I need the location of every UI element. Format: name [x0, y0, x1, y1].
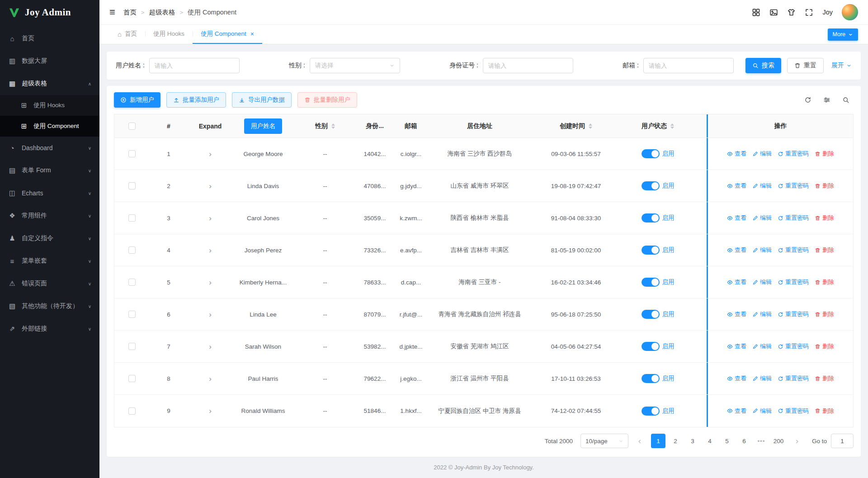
select-all-checkbox[interactable] — [128, 123, 136, 130]
status-toggle[interactable] — [642, 374, 660, 383]
sort-icon[interactable] — [670, 123, 674, 129]
delete-action[interactable]: 删除 — [815, 278, 834, 286]
more-pages-button[interactable]: ••• — [754, 434, 769, 448]
page-button-2[interactable]: 2 — [668, 434, 683, 448]
status-toggle[interactable] — [642, 149, 660, 158]
tab-2[interactable]: 使用 Component × — [193, 25, 262, 44]
status-toggle[interactable] — [642, 342, 660, 351]
sidebar-item[interactable]: ⊞ 使用 Component — [0, 116, 99, 137]
sidebar-item[interactable]: ♟ 自定义指令 ∨ — [0, 227, 99, 250]
page-button-5[interactable]: 5 — [720, 434, 734, 448]
theme-icon[interactable] — [787, 8, 796, 17]
edit-action[interactable]: 编辑 — [752, 278, 772, 286]
layout-icon[interactable] — [752, 8, 760, 17]
sidebar-item[interactable]: ◫ Echarts ∨ — [0, 182, 99, 204]
email-filter-input[interactable] — [643, 58, 734, 73]
edit-action[interactable]: 编辑 — [752, 342, 772, 350]
reset-password-action[interactable]: 重置密码 — [778, 182, 809, 190]
page-button-4[interactable]: 4 — [703, 434, 717, 448]
breadcrumb-item[interactable]: 首页 — [123, 8, 137, 17]
edit-action[interactable]: 编辑 — [752, 246, 772, 254]
screenshot-icon[interactable] — [769, 8, 778, 17]
gender-filter-select[interactable]: 请选择 — [310, 58, 400, 73]
delete-action[interactable]: 删除 — [815, 310, 834, 318]
batch-delete-user-button[interactable]: 批量删除用户 — [297, 92, 357, 108]
delete-action[interactable]: 删除 — [815, 407, 834, 415]
status-toggle[interactable] — [642, 310, 660, 319]
sidebar-item[interactable]: ⌂ 首页 — [0, 27, 99, 50]
idcard-filter-input[interactable] — [483, 58, 573, 73]
delete-action[interactable]: 删除 — [815, 150, 834, 158]
reset-password-action[interactable]: 重置密码 — [778, 310, 809, 318]
status-toggle[interactable] — [642, 246, 660, 255]
fullscreen-icon[interactable] — [805, 8, 813, 17]
sidebar-item[interactable]: ❖ 常用组件 ∨ — [0, 204, 99, 227]
row-checkbox[interactable] — [128, 214, 136, 222]
goto-page-input[interactable] — [831, 434, 854, 448]
search-button[interactable]: 搜索 — [745, 58, 781, 73]
delete-action[interactable]: 删除 — [815, 246, 834, 254]
status-toggle[interactable] — [642, 278, 660, 287]
expand-row-button[interactable]: › — [209, 279, 212, 286]
delete-action[interactable]: 删除 — [815, 182, 834, 190]
edit-action[interactable]: 编辑 — [752, 374, 772, 383]
sidebar-item[interactable]: ⊞ 使用 Hooks — [0, 95, 99, 116]
delete-action[interactable]: 删除 — [815, 214, 834, 222]
expand-row-button[interactable]: › — [209, 182, 212, 190]
row-checkbox[interactable] — [128, 182, 136, 189]
row-checkbox[interactable] — [128, 343, 136, 350]
reset-password-action[interactable]: 重置密码 — [778, 374, 809, 383]
name-column-header-button[interactable]: 用户姓名 — [244, 118, 282, 134]
expand-row-button[interactable]: › — [209, 343, 212, 350]
sidebar-item[interactable]: ▧ 其他功能（待开发） ∨ — [0, 295, 99, 317]
sidebar-item[interactable]: ▤ 表单 Form ∨ — [0, 159, 99, 182]
page-button-1[interactable]: 1 — [651, 434, 665, 448]
expand-filters-link[interactable]: 展开 — [831, 62, 852, 70]
status-toggle[interactable] — [642, 213, 660, 222]
page-button-6[interactable]: 6 — [737, 434, 751, 448]
edit-action[interactable]: 编辑 — [752, 182, 772, 190]
view-action[interactable]: 查看 — [727, 310, 746, 318]
delete-action[interactable]: 删除 — [815, 342, 834, 350]
row-checkbox[interactable] — [128, 407, 136, 415]
status-toggle[interactable] — [642, 407, 660, 416]
reset-button[interactable]: 重置 — [787, 58, 824, 73]
view-action[interactable]: 查看 — [727, 182, 746, 190]
reset-password-action[interactable]: 重置密码 — [778, 150, 809, 158]
expand-row-button[interactable]: › — [209, 311, 212, 318]
page-button-3[interactable]: 3 — [685, 434, 700, 448]
view-action[interactable]: 查看 — [727, 150, 746, 158]
row-checkbox[interactable] — [128, 246, 136, 254]
search-toggle-button[interactable] — [838, 92, 854, 108]
sidebar-item[interactable]: ▥ 数据大屏 — [0, 50, 99, 72]
prev-page-button[interactable]: ‹ — [632, 434, 647, 448]
sidebar-item[interactable]: ⚠ 错误页面 ∨ — [0, 272, 99, 295]
view-action[interactable]: 查看 — [727, 407, 746, 415]
expand-row-button[interactable]: › — [209, 375, 212, 383]
sidebar-item[interactable]: ▦ 超级表格 ∧ — [0, 72, 99, 95]
row-checkbox[interactable] — [128, 311, 136, 318]
breadcrumb-item[interactable]: 超级表格 — [149, 8, 175, 17]
view-action[interactable]: 查看 — [727, 278, 746, 286]
add-user-button[interactable]: 新增用户 — [114, 92, 160, 108]
page-button-200[interactable]: 200 — [771, 434, 786, 448]
view-action[interactable]: 查看 — [727, 342, 746, 350]
view-action[interactable]: 查看 — [727, 374, 746, 383]
reset-password-action[interactable]: 重置密码 — [778, 214, 809, 222]
sidebar-item[interactable]: ⇗ 外部链接 ∨ — [0, 317, 99, 340]
sort-icon[interactable] — [589, 123, 592, 129]
refresh-button[interactable] — [800, 92, 816, 108]
name-filter-input[interactable] — [149, 58, 240, 73]
edit-action[interactable]: 编辑 — [752, 150, 772, 158]
reset-password-action[interactable]: 重置密码 — [778, 342, 809, 350]
edit-action[interactable]: 编辑 — [752, 310, 772, 318]
tab-0[interactable]: ⌂ 首页 — [109, 25, 145, 44]
edit-action[interactable]: 编辑 — [752, 407, 772, 415]
sidebar-item[interactable]: ≡ 菜单嵌套 ∨ — [0, 250, 99, 272]
batch-add-user-button[interactable]: 批量添加用户 — [166, 92, 226, 108]
row-checkbox[interactable] — [128, 279, 136, 286]
next-page-button[interactable]: › — [790, 434, 804, 448]
menu-collapse-icon[interactable]: ≡ — [109, 7, 115, 17]
column-settings-button[interactable] — [819, 92, 835, 108]
expand-row-button[interactable]: › — [209, 150, 212, 158]
